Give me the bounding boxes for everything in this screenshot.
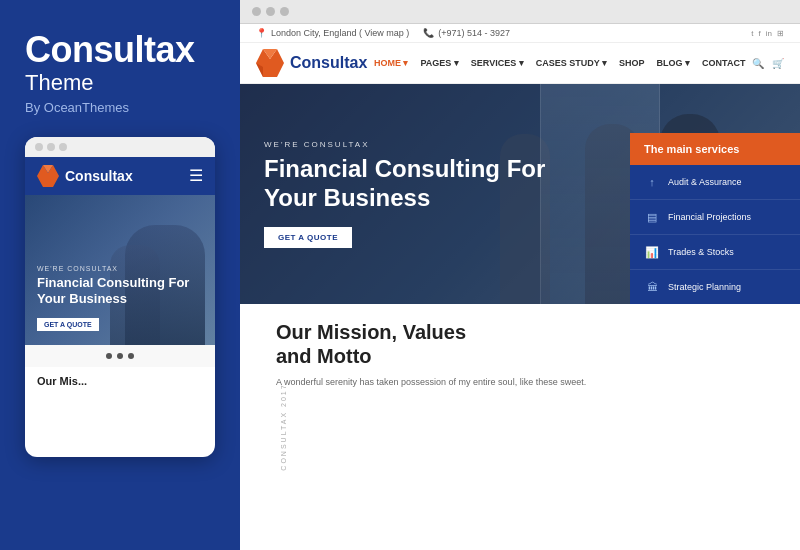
browser-bar: [240, 0, 800, 24]
twitter-icon[interactable]: t: [751, 29, 753, 38]
hero-content: WE'RE CONSULTAX Financial Consulting For…: [240, 140, 569, 249]
browser-dot-3: [280, 7, 289, 16]
nav-home[interactable]: HOME ▾: [374, 58, 409, 68]
mobile-carousel-dots: [25, 345, 215, 367]
site-logo[interactable]: Consultax: [256, 49, 367, 77]
mission-section: CONSULTAX 2017 Our Mission, Values and M…: [240, 304, 800, 550]
cart-icon[interactable]: 🛒: [772, 58, 784, 69]
topbar-social: t f in ⊞: [751, 29, 784, 38]
mission-title: Our Mission, Values and Motto: [276, 320, 780, 368]
left-panel: Consultax Theme By OceanThemes Consultax…: [0, 0, 240, 550]
mobile-cta-button[interactable]: GET A QUOTE: [37, 318, 99, 331]
services-sidebar: The main services ↑ Audit & Assurance ▤ …: [630, 133, 800, 304]
carousel-dot-2: [117, 353, 123, 359]
site-nav: Consultax HOME ▾ PAGES ▾ SERVICES ▾ CASE…: [240, 43, 800, 84]
site-menu: HOME ▾ PAGES ▾ SERVICES ▾ CASES STUDY ▾ …: [374, 58, 745, 68]
pin-icon: 📍: [256, 28, 267, 38]
theme-title: Consultax Theme By OceanThemes: [25, 30, 215, 137]
trades-icon: 📊: [644, 244, 660, 260]
audit-icon: ↑: [644, 174, 660, 190]
mobile-dot-1: [35, 143, 43, 151]
rss-icon[interactable]: ⊞: [777, 29, 784, 38]
mobile-mission: Our Mis...: [25, 367, 215, 396]
mobile-hero: WE'RE CONSULTAX Financial Consulting For…: [25, 195, 215, 345]
mission-text: A wonderful serenity has taken possessio…: [276, 376, 596, 390]
mission-content: Our Mission, Values and Motto A wonderfu…: [260, 320, 780, 390]
browser-dot-2: [266, 7, 275, 16]
phone-icon: 📞: [423, 28, 434, 38]
linkedin-icon[interactable]: in: [766, 29, 772, 38]
nav-cases[interactable]: CASES STUDY ▾: [536, 58, 607, 68]
hero-title: Financial Consulting For Your Business: [264, 155, 545, 213]
hero-section: WE'RE CONSULTAX Financial Consulting For…: [240, 84, 800, 304]
service-item-4[interactable]: 🏛 Strategic Planning: [630, 270, 800, 304]
financial-icon: ▤: [644, 209, 660, 225]
mobile-browser-dots: [25, 137, 215, 157]
topbar-location: 📍 London City, England ( View map ) 📞 (+…: [256, 28, 510, 38]
carousel-dot-1: [106, 353, 112, 359]
mobile-hero-content: WE'RE CONSULTAX Financial Consulting For…: [37, 265, 203, 330]
mobile-mockup: Consultax ☰ WE'RE CONSULTAX Financial Co…: [25, 137, 215, 457]
site-logo-text: Consultax: [290, 54, 367, 72]
strategic-icon: 🏛: [644, 279, 660, 295]
service-label-4: Strategic Planning: [668, 282, 741, 292]
nav-services[interactable]: SERVICES ▾: [471, 58, 524, 68]
service-item-2[interactable]: ▤ Financial Projections: [630, 200, 800, 235]
service-item-1[interactable]: ↑ Audit & Assurance: [630, 165, 800, 200]
site-logo-icon: [256, 49, 284, 77]
services-sidebar-header: The main services: [630, 133, 800, 165]
nav-actions: 🔍 🛒: [752, 58, 784, 69]
mobile-dot-3: [59, 143, 67, 151]
mobile-logo: Consultax: [37, 165, 133, 187]
service-label-3: Trades & Stocks: [668, 247, 734, 257]
facebook-icon[interactable]: f: [759, 29, 761, 38]
service-label-1: Audit & Assurance: [668, 177, 742, 187]
browser-dot-1: [252, 7, 261, 16]
hero-cta-button[interactable]: GET A QUOTE: [264, 227, 352, 248]
logo-icon: [37, 165, 59, 187]
nav-contact[interactable]: CONTACT: [702, 58, 745, 68]
mobile-dot-2: [47, 143, 55, 151]
nav-blog[interactable]: BLOG ▾: [657, 58, 691, 68]
hamburger-icon[interactable]: ☰: [189, 166, 203, 185]
nav-pages[interactable]: PAGES ▾: [420, 58, 458, 68]
nav-shop[interactable]: SHOP: [619, 58, 645, 68]
right-panel: 📍 London City, England ( View map ) 📞 (+…: [240, 0, 800, 550]
site-topbar: 📍 London City, England ( View map ) 📞 (+…: [240, 24, 800, 43]
mission-eyebrow: CONSULTAX 2017: [280, 383, 287, 470]
service-item-3[interactable]: 📊 Trades & Stocks: [630, 235, 800, 270]
search-icon[interactable]: 🔍: [752, 58, 764, 69]
service-label-2: Financial Projections: [668, 212, 751, 222]
carousel-dot-3: [128, 353, 134, 359]
mobile-nav: Consultax ☰: [25, 157, 215, 195]
